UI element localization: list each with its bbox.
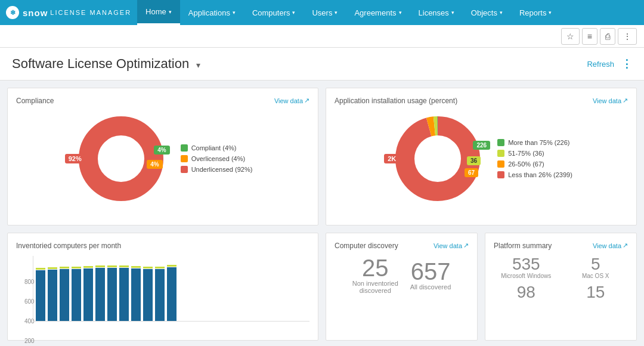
legend-underlicensed: Underlicensed (92%) [181,166,253,173]
compliance-4g-badge: 4% [154,146,169,155]
app-usage-card: Application installation usage (percent)… [326,88,637,225]
app-usage-chart-area: 2K 226 36 67 More than 75% (226) 51-75% … [335,111,628,206]
bar-col-2 [48,267,57,321]
legend-51-75: 51-75% (36) [497,150,572,157]
snow-brand-text: snow [23,8,48,18]
nav-item-reports[interactable]: Reports ▾ [511,0,561,25]
bar-main-1 [36,270,45,321]
overlicensed-dot [181,155,188,162]
compliance-donut: 92% 4% 4% [73,111,169,206]
compliance-92-badge: 92% [65,154,85,163]
bar-top-2 [48,267,57,269]
list-button[interactable]: ≡ [582,28,597,45]
bar-chart-wrap [33,256,309,322]
nav-item-applications[interactable]: Applications ▾ [180,0,244,25]
legend-26-50: 26-50% (67) [497,160,572,168]
bar-main-11 [155,269,165,321]
app-usage-donut: 2K 226 36 67 [390,111,485,206]
bar-main-2 [48,270,57,321]
computers-month-card-wrap: Inventoried computers per month 800 600 … [7,233,318,341]
bar-col-5 [83,266,93,321]
all-discovered-num: 657 [410,260,451,283]
compliance-donut-svg [73,111,169,206]
computer-discovery-card: Computer discovery View data ↗ 25 Non in… [326,233,478,341]
platform-item-3: 98 [494,284,559,301]
nav-menu: Home ▾ Applications ▾ Computers ▾ Users … [137,0,638,25]
platform-item-4: 15 [564,284,628,301]
bar-top-1 [36,268,45,270]
all-discovered-label: All discovered [410,283,451,291]
bar-top-4 [72,267,81,268]
bar-main-6 [95,268,105,321]
bar-col-1 [36,268,45,321]
bar-col-6 [95,265,105,321]
title-caret-icon: ▾ [196,60,200,70]
bar-main-4 [72,269,81,321]
non-inventoried-stat: 25 Non inventorieddiscovered [352,256,398,294]
compliance-view-data[interactable]: View data ↗ [274,97,309,104]
discovery-link-icon: ↗ [463,242,469,249]
bar-top-8 [119,265,129,267]
top-navigation: ❄ snow LICENSE MANAGER Home ▾ Applicatio… [0,0,644,25]
computers-month-card: Inventoried computers per month 800 600 … [7,233,318,341]
bar-main-8 [119,268,129,321]
platform-macos: 5 Mac OS X [564,256,628,279]
nav-item-agreements[interactable]: Agreements ▾ [346,0,410,25]
bar-col-10 [143,267,153,321]
nav-item-home[interactable]: Home ▾ [137,0,180,25]
discovery-stats: 25 Non inventorieddiscovered 657 All dis… [335,256,469,294]
nav-item-objects[interactable]: Objects ▾ [463,0,511,25]
bar-top-3 [60,267,69,268]
bar-main-12 [167,267,177,321]
page-title[interactable]: Software License Optimization ▾ [12,56,200,72]
app-logo: ❄ snow LICENSE MANAGER [6,6,131,19]
bar-main-9 [131,268,141,321]
star-button[interactable]: ☆ [561,28,580,45]
less-26-dot [497,171,504,178]
app-usage-2k-badge: 2K [384,154,400,163]
75plus-dot [497,139,504,146]
compliance-card: Compliance View data ↗ 92% 4% 4% [7,88,318,225]
app-usage-36-badge: 36 [467,156,481,165]
more-toolbar-button[interactable]: ⋮ [618,28,637,45]
app-usage-title: Application installation usage (percent) [335,97,628,105]
26-50-dot [497,160,504,168]
toolbar: ☆ ≡ ⎙ ⋮ [0,25,644,48]
bar-col-12 [167,265,177,321]
compliance-chart-area: 92% 4% 4% Compliant (4%) Overlicensed (4… [16,111,309,206]
platform-windows-num: 535 [494,256,559,273]
nav-item-computers[interactable]: Computers ▾ [244,0,304,25]
bar-main-5 [83,268,93,321]
nav-item-licenses[interactable]: Licenses ▾ [410,0,463,25]
axis-200: 200 [24,338,35,344]
platform-summary-view-data[interactable]: View data ↗ [593,242,628,249]
print-button[interactable]: ⎙ [600,28,615,45]
platform-macos-num: 5 [564,256,628,273]
bar-col-3 [60,267,69,321]
platform-windows: 535 Microsoft Windows [494,256,559,279]
compliance-title: Compliance [16,97,309,105]
legend-75plus: More than 75% (226) [497,139,572,146]
svg-point-3 [405,126,470,191]
non-inventoried-label: Non inventorieddiscovered [352,280,398,294]
platform-windows-label: Microsoft Windows [494,273,559,279]
bar-top-12 [167,265,177,267]
compliance-4o-badge: 4% [147,160,162,169]
app-usage-67-badge: 67 [465,168,478,177]
bar-main-3 [60,269,69,321]
compliant-dot [181,144,188,152]
app-usage-view-data[interactable]: View data ↗ [593,97,628,104]
app-usage-link-icon: ↗ [623,97,628,104]
nav-item-users[interactable]: Users ▾ [304,0,346,25]
bar-top-7 [107,265,117,267]
platform-item-4-num: 15 [564,284,628,301]
bar-col-4 [72,267,81,321]
refresh-button[interactable]: Refresh [587,60,614,69]
app-usage-226-badge: 226 [473,141,490,150]
computer-discovery-view-data[interactable]: View data ↗ [434,242,469,249]
bar-top-11 [155,267,165,268]
legend-less-26: Less than 26% (2399) [497,171,572,178]
header-actions: Refresh ⋮ [587,57,632,70]
page-more-button[interactable]: ⋮ [621,57,632,70]
bar-chart [33,256,309,322]
